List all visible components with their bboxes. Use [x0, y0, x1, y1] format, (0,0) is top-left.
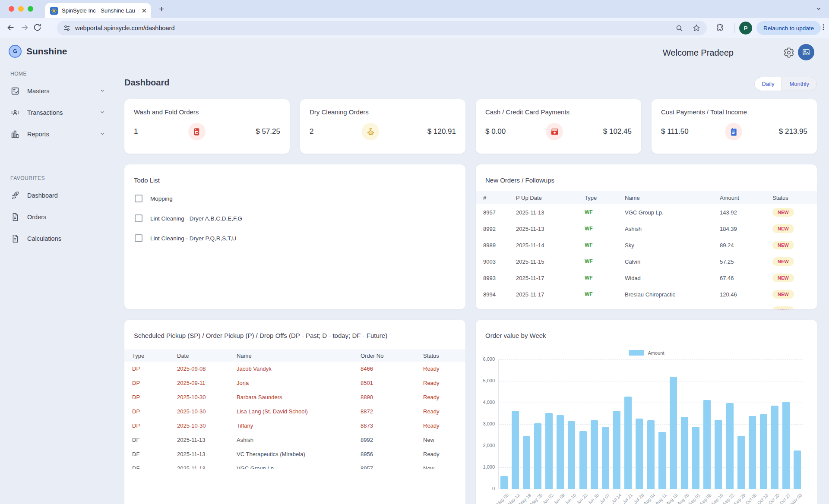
- toggle-monthly[interactable]: Monthly: [782, 77, 816, 91]
- y-tick-label: 6,000: [477, 356, 495, 362]
- schedule-row[interactable]: DP2025-09-11Jorja8501Ready: [124, 376, 465, 390]
- toggle-daily[interactable]: Daily: [755, 77, 782, 91]
- schedule-row[interactable]: DP2025-09-08Jacob Vandyk8466Ready: [124, 362, 465, 376]
- washing-machine-icon: [188, 123, 206, 140]
- pickup-name: Jacob Vandyk: [237, 365, 361, 372]
- new-orders-header-row: #P Up DateTypeNameAmountStatus: [476, 191, 817, 204]
- new-orders-col-header: P Up Date: [516, 195, 585, 201]
- order-id: 8957: [483, 209, 516, 216]
- clipboard-icon: [725, 123, 742, 140]
- x-tick-label: Jun 30: [586, 492, 600, 504]
- todo-item-label: Lint Cleaning - Dryer P,Q,R,S,T,U: [150, 235, 236, 242]
- zoom-icon[interactable]: [675, 24, 683, 32]
- sidebar-item-label: Transactions: [27, 109, 92, 116]
- order-date: 2025-11-17: [516, 275, 585, 281]
- schedule-row[interactable]: DP2025-10-30Tiffany8873Ready: [124, 419, 465, 433]
- pickup-date: 2025-09-11: [177, 380, 237, 386]
- pickup-type: DP: [132, 408, 177, 415]
- window-close-button[interactable]: [9, 6, 14, 12]
- sidebar-item-dashboard[interactable]: Dashboard: [0, 185, 113, 206]
- new-orders-row[interactable]: 90032025-11-15WFCalvin57.25NEW: [476, 253, 817, 270]
- tab-close-icon[interactable]: ✕: [141, 7, 147, 14]
- schedule-col-header: Status: [423, 353, 465, 359]
- status-badge: NEW: [772, 257, 794, 266]
- address-bar[interactable]: webportal.spinsycle.com/dashboard: [57, 21, 707, 35]
- window-zoom-button[interactable]: [28, 6, 33, 12]
- schedule-row[interactable]: DF2025-11-13Ashish8992New: [124, 433, 465, 447]
- sidebar-item-calculations[interactable]: Calculations: [0, 228, 113, 249]
- new-orders-col-header: #: [483, 195, 516, 201]
- bookmark-star-icon[interactable]: [692, 24, 701, 32]
- favicon: [50, 7, 58, 15]
- legend-label: Amount: [648, 350, 664, 356]
- x-tick-label: Jul 14: [610, 492, 622, 504]
- schedule-row[interactable]: DF2025-11-13VC Therapeutics (Mirabela)89…: [124, 447, 465, 461]
- tab-search-chevron-icon[interactable]: [815, 5, 822, 14]
- y-tick-label: 5,000: [477, 378, 495, 383]
- pickup-date: 2025-11-13: [177, 437, 237, 443]
- settings-gear-icon[interactable]: [783, 47, 794, 60]
- chart-bar: [715, 420, 722, 489]
- order-status-cell: NEW: [772, 257, 817, 266]
- site-info-icon[interactable]: [63, 24, 71, 32]
- stat-card-amount: $ 57.25: [256, 127, 280, 136]
- new-orders-row[interactable]: 89572025-11-13WFVGC Group Lp.143.92NEW: [476, 204, 817, 220]
- browser-toolbar: webportal.spinsycle.com/dashboard P Rela…: [0, 18, 829, 38]
- x-tick-label: Oct 06: [744, 492, 757, 504]
- todo-checkbox[interactable]: [135, 195, 142, 202]
- status-badge: NEW: [772, 241, 794, 249]
- extensions-icon[interactable]: [715, 23, 725, 34]
- new-orders-panel: New Orders / Followups #P Up DateTypeNam…: [476, 164, 817, 309]
- browser-tab[interactable]: SpinSycle Inc - Sunshine Lau ✕: [45, 3, 151, 18]
- forward-icon[interactable]: [20, 23, 29, 34]
- new-orders-row-partial[interactable]: NEW: [476, 302, 817, 309]
- y-tick-label: 3,000: [477, 421, 495, 426]
- pickup-type: DP: [132, 422, 177, 429]
- new-tab-button[interactable]: +: [159, 4, 164, 14]
- new-orders-row[interactable]: 89942025-11-17WFBreslau Chiropractic120.…: [476, 286, 817, 302]
- new-orders-row[interactable]: 89922025-11-13WFAshish184.39NEW: [476, 220, 817, 237]
- window-minimize-button[interactable]: [18, 6, 24, 12]
- sidebar-item-orders[interactable]: Orders: [0, 206, 113, 228]
- user-avatar[interactable]: [798, 44, 814, 60]
- sidebar-section-label: HOME: [0, 71, 113, 77]
- relaunch-button[interactable]: Relaunch to update: [756, 21, 821, 35]
- schedule-row[interactable]: DP2025-10-30Lisa Lang (St. David School)…: [124, 404, 465, 419]
- sidebar-item-transactions[interactable]: Transactions: [0, 102, 113, 123]
- new-orders-col-header: Name: [625, 195, 720, 201]
- pickup-status: Ready: [423, 394, 465, 400]
- new-orders-row[interactable]: 89892025-11-14WFSky89.24NEW: [476, 237, 817, 253]
- back-icon[interactable]: [6, 23, 16, 34]
- chevron-down-icon: [99, 131, 105, 138]
- schedule-row[interactable]: DF2025-11-13VGC Group Lp.8957New: [124, 461, 465, 469]
- x-tick-label: Oct 13: [756, 492, 769, 504]
- sidebar-item-masters[interactable]: Masters: [0, 80, 113, 102]
- sidebar-item-reports[interactable]: Reports: [0, 123, 113, 145]
- bar-chart-icon: [10, 129, 20, 139]
- chart-bar: [636, 419, 643, 489]
- stat-card-title: Cash / Credit Card Payments: [485, 108, 632, 116]
- schedule-row[interactable]: DP2025-10-30Barbara Saunders8890Ready: [124, 390, 465, 404]
- legend-swatch: [629, 350, 644, 356]
- schedule-col-header: Type: [132, 353, 177, 359]
- order-status-cell: NEW: [772, 224, 817, 233]
- browser-menu-icon[interactable]: [820, 22, 827, 34]
- pickup-order-no: 8872: [361, 408, 423, 415]
- reload-icon[interactable]: [33, 23, 42, 34]
- pickup-type: DF: [132, 465, 177, 469]
- chart-bar: [794, 450, 801, 489]
- pickup-status: Ready: [423, 422, 465, 429]
- tab-title: SpinSycle Inc - Sunshine Lau: [62, 7, 137, 14]
- pickup-status: Ready: [423, 380, 465, 386]
- new-orders-row[interactable]: 89932025-11-17WFWidad67.46NEW: [476, 270, 817, 286]
- todo-checkbox[interactable]: [135, 214, 142, 222]
- brand[interactable]: G Sunshine: [9, 45, 67, 58]
- chart-bar: [557, 415, 564, 489]
- browser-profile-avatar[interactable]: P: [739, 22, 752, 35]
- pickup-name: Barbara Saunders: [237, 394, 361, 400]
- document-icon: [10, 234, 20, 243]
- order-id: 8992: [483, 226, 516, 232]
- todo-checkbox[interactable]: [135, 234, 142, 242]
- chart-bar: [681, 417, 688, 489]
- y-tick-label: 1,000: [477, 464, 495, 469]
